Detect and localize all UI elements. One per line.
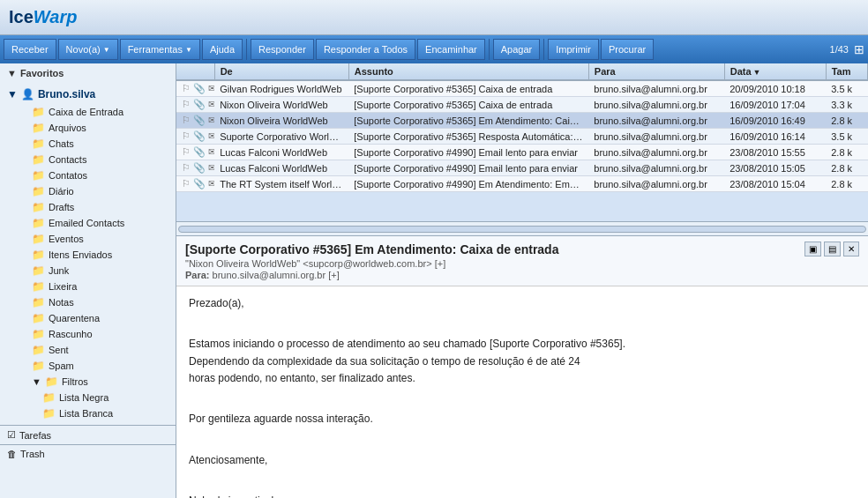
col-header-data[interactable]: Data▼ [724,63,826,80]
view-icon-3[interactable]: ✕ [843,242,859,256]
email-body: Prezado(a), Estamos iniciando o processo… [176,286,868,498]
sidebar-item-junk[interactable]: 📁 Junk [0,263,176,279]
sidebar-favoritos-header[interactable]: ▼ Favoritos [0,65,176,81]
email-flag-icon: ⚐ [182,146,191,157]
sidebar-item-trash[interactable]: 🗑 Trash [0,444,176,461]
sidebar-item-emailed-contacts[interactable]: 📁 Emailed Contacts [0,215,176,231]
folder-icon: 📁 [32,138,45,150]
app-header: IceWarp [0,0,868,35]
email-to-cell: bruno.silva@alumni.org.br [588,176,724,192]
sidebar-item-tarefas[interactable]: ☑ Tarefas [0,427,176,442]
email-attachment-icon: 📎 [193,178,206,189]
sidebar-item-lista-branca-label: Lista Branca [59,408,113,419]
sidebar-item-chats[interactable]: 📁 Chats [0,136,176,152]
sidebar-item-notas[interactable]: 📁 Notas [0,294,176,310]
filtros-expand-icon: ▼ [32,376,41,387]
folder-icon: 📁 [42,391,56,404]
sidebar-item-spam-label: Spam [49,360,74,371]
col-header-icons[interactable] [176,63,214,80]
email-to: Para: bruno.silva@alumni.org.br [+] [185,270,859,280]
ferramentas-button[interactable]: Ferramentas▼ [120,39,200,60]
sidebar-item-spam[interactable]: 📁 Spam [0,358,176,374]
table-row[interactable]: ⚐ 📎 ✉ Lucas Falconi WorldWeb [Suporte Co… [176,160,868,176]
sidebar-item-lixeira-label: Lixeira [49,281,77,292]
email-flag-icon: ⚐ [182,178,191,189]
ajuda-button[interactable]: Ajuda [202,39,243,60]
sidebar-item-arquivos[interactable]: 📁 Arquivos [0,120,176,136]
email-subject-cell: [Suporte Corporativo #5365] Caixa de ent… [348,97,588,113]
email-size-cell: 2.8 k [826,160,867,176]
sidebar-item-contatos[interactable]: 📁 Contatos [0,167,176,183]
responder-button[interactable]: Responder [251,39,314,60]
sidebar-user-section: ▼ 👤 Bruno.silva 📁 Caixa de Entrada 📁 Arq… [0,83,176,423]
sidebar-item-contacts[interactable]: 📁 Contacts [0,152,176,167]
folder-icon: 📁 [32,233,45,245]
email-message-icon: ✉ [208,115,214,125]
email-to-cell: bruno.silva@alumni.org.br [588,145,724,160]
sidebar-item-emailed-contacts-label: Emailed Contacts [49,218,124,228]
sidebar-favoritos-section: ▼ Favoritos [0,63,176,83]
email-list: De Assunto Para Data▼ Tam ⚐ 📎 ✉ Gilvan R… [176,63,868,222]
col-header-tam[interactable]: Tam [826,63,867,80]
sidebar-item-junk-label: Junk [49,265,69,276]
email-to-cell: bruno.silva@alumni.org.br [588,160,724,176]
sidebar-item-sent[interactable]: 📁 Sent [0,342,176,358]
novo-button[interactable]: Novo(a)▼ [58,39,118,60]
table-row[interactable]: ⚐ 📎 ✉ Lucas Falconi WorldWeb [Suporte Co… [176,145,868,160]
sidebar-item-trash-label: Trash [20,449,45,459]
email-date-cell: 23/08/2010 15:04 [724,176,826,192]
email-icons-cell: ⚐ 📎 ✉ [176,113,214,129]
folder-icon: 📁 [45,375,58,388]
sidebar-user[interactable]: ▼ 👤 Bruno.silva [0,85,176,104]
sidebar: ▼ Favoritos ▼ 👤 Bruno.silva 📁 Caixa de E… [0,63,176,498]
email-preview: [Suporte Corporativo #5365] Em Atendimen… [176,236,868,498]
table-row[interactable]: ⚐ 📎 ✉ The RT System itself WorldW... [Su… [176,176,868,192]
email-body-line [189,472,856,489]
email-icons-cell: ⚐ 📎 ✉ [176,176,214,192]
sidebar-item-caixa-entrada[interactable]: 📁 Caixa de Entrada [0,104,176,120]
responder-todos-button[interactable]: Responder a Todos [316,39,415,60]
sidebar-item-quarentena[interactable]: 📁 Quarentena [0,310,176,326]
email-subject: [Suporte Corporativo #5365] Em Atendimen… [185,242,804,256]
sidebar-item-drafts[interactable]: 📁 Drafts [0,199,176,215]
email-attachment-icon: 📎 [193,146,206,157]
sidebar-item-filtros-label: Filtros [62,376,88,387]
col-header-de[interactable]: De [214,63,348,80]
horizontal-scrollbar[interactable] [176,222,868,236]
grid-icon[interactable]: ⊞ [854,42,864,56]
table-row[interactable]: ⚐ 📎 ✉ Nixon Oliveira WorldWeb [Suporte C… [176,97,868,113]
procurar-button[interactable]: Procurar [601,39,654,60]
sidebar-item-filtros[interactable]: ▼ 📁 Filtros [0,374,176,390]
imprimir-button[interactable]: Imprimir [548,39,599,60]
sidebar-item-chats-label: Chats [49,138,74,149]
folder-icon: 📁 [32,106,45,118]
sidebar-item-lista-branca[interactable]: 📁 Lista Branca [0,405,176,421]
table-row[interactable]: ⚐ 📎 ✉ Nixon Oliveira WorldWeb [Suporte C… [176,113,868,129]
encaminhar-button[interactable]: Encaminhar [417,39,485,60]
main-layout: ▼ Favoritos ▼ 👤 Bruno.silva 📁 Caixa de E… [0,63,868,498]
sidebar-item-lixeira[interactable]: 📁 Lixeira [0,279,176,294]
sidebar-item-diario[interactable]: 📁 Diário [0,183,176,199]
view-icon-1[interactable]: ▣ [804,242,821,256]
email-date-cell: 16/09/2010 16:14 [724,129,826,145]
view-icon-2[interactable]: ▤ [824,242,841,256]
table-row[interactable]: ⚐ 📎 ✉ Suporte Corporativo WorldW... [Sup… [176,129,868,145]
tarefas-icon: ☑ [7,429,16,441]
email-flag-icon: ⚐ [182,130,191,141]
email-preview-header: [Suporte Corporativo #5365] Em Atendimen… [176,236,868,286]
col-header-assunto[interactable]: Assunto [348,63,588,80]
email-subject-cell: [Suporte Corporativo #4990] Email lento … [348,145,588,160]
to-value: bruno.silva@alumni.org.br [+] [213,270,340,280]
sidebar-item-rascunho[interactable]: 📁 Rascunho [0,326,176,342]
table-row[interactable]: ⚐ 📎 ✉ Gilvan Rodrigues WorldWeb [Suporte… [176,80,868,97]
col-header-para[interactable]: Para [588,63,724,80]
apagar-button[interactable]: Apagar [493,39,540,60]
email-flag-icon: ⚐ [182,162,191,173]
email-message-icon: ✉ [208,99,214,109]
email-subject-cell: [Suporte Corporativo #5365] Caixa de ent… [348,80,588,97]
sidebar-item-lista-negra[interactable]: 📁 Lista Negra [0,390,176,405]
sidebar-item-eventos[interactable]: 📁 Eventos [0,231,176,247]
receber-button[interactable]: Receber [4,39,56,60]
sidebar-item-itens-enviados[interactable]: 📁 Itens Enviados [0,247,176,263]
email-from-cell: Nixon Oliveira WorldWeb [214,113,348,129]
